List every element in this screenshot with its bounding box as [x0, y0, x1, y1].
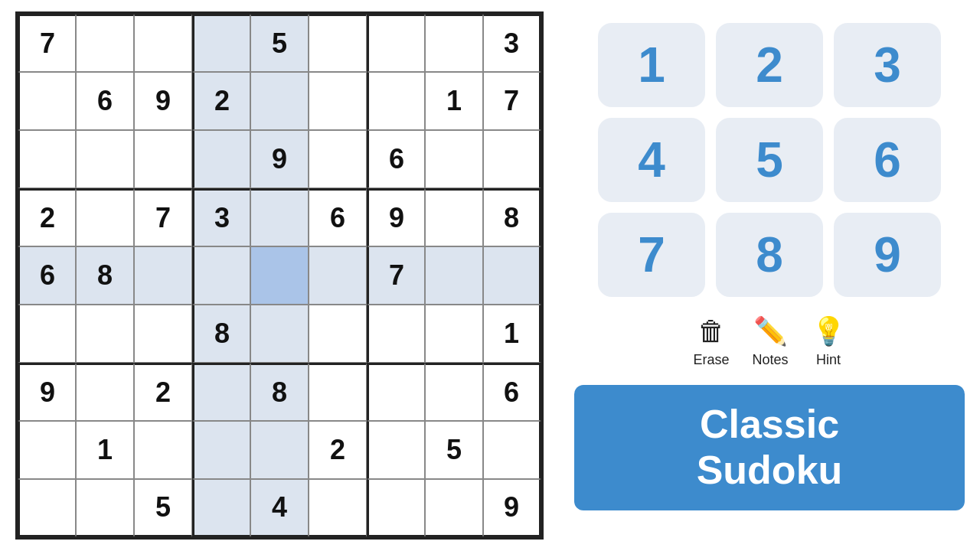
- cell[interactable]: 7: [18, 14, 76, 72]
- cell[interactable]: 1: [76, 421, 134, 479]
- cell[interactable]: [425, 188, 483, 246]
- cell[interactable]: [76, 14, 134, 72]
- cell[interactable]: [192, 130, 250, 188]
- cell[interactable]: [309, 305, 367, 363]
- numpad-button-2[interactable]: 2: [716, 23, 823, 107]
- cell[interactable]: 1: [483, 305, 541, 363]
- cell[interactable]: 5: [425, 421, 483, 479]
- cell[interactable]: 4: [250, 479, 309, 537]
- cell[interactable]: [76, 479, 134, 537]
- cell[interactable]: 7: [483, 72, 541, 130]
- cell[interactable]: 9: [483, 479, 541, 537]
- cell[interactable]: 2: [192, 72, 250, 130]
- cell[interactable]: 9: [18, 363, 76, 421]
- cell[interactable]: [250, 421, 309, 479]
- notes-label: Notes: [753, 352, 789, 368]
- cell[interactable]: 6: [483, 363, 541, 421]
- cell[interactable]: [76, 363, 134, 421]
- cell[interactable]: 3: [192, 188, 250, 246]
- cell[interactable]: [250, 246, 309, 305]
- cell[interactable]: [367, 72, 425, 130]
- cell[interactable]: [134, 305, 192, 363]
- cell[interactable]: [192, 14, 250, 72]
- sudoku-grid[interactable]: 7536921796273698687819286125549: [15, 11, 544, 540]
- cell[interactable]: 9: [134, 72, 192, 130]
- cell[interactable]: 8: [76, 246, 134, 305]
- cell[interactable]: 7: [134, 188, 192, 246]
- cell[interactable]: [309, 72, 367, 130]
- cell[interactable]: [250, 305, 309, 363]
- cell[interactable]: [134, 130, 192, 188]
- cell[interactable]: 6: [76, 72, 134, 130]
- cell[interactable]: 9: [367, 188, 425, 246]
- erase-icon: 🗑: [697, 315, 725, 347]
- cell[interactable]: 2: [309, 421, 367, 479]
- cell[interactable]: 1: [425, 72, 483, 130]
- hint-button[interactable]: 💡 Hint: [812, 315, 846, 368]
- cell[interactable]: [425, 305, 483, 363]
- numpad-button-6[interactable]: 6: [834, 118, 941, 202]
- hint-label: Hint: [816, 352, 841, 368]
- numpad-button-5[interactable]: 5: [716, 118, 823, 202]
- cell[interactable]: [367, 305, 425, 363]
- hint-icon: 💡: [812, 315, 846, 347]
- cell[interactable]: [425, 363, 483, 421]
- cell[interactable]: [76, 188, 134, 246]
- cell[interactable]: [309, 479, 367, 537]
- cell[interactable]: [367, 421, 425, 479]
- cell[interactable]: [250, 188, 309, 246]
- cell[interactable]: 3: [483, 14, 541, 72]
- cell[interactable]: [367, 479, 425, 537]
- numpad-button-3[interactable]: 3: [834, 23, 941, 107]
- cell[interactable]: [425, 14, 483, 72]
- cell[interactable]: [250, 72, 309, 130]
- cell[interactable]: [309, 246, 367, 305]
- cell[interactable]: [18, 421, 76, 479]
- cell[interactable]: [134, 14, 192, 72]
- cell[interactable]: [309, 363, 367, 421]
- cell[interactable]: [192, 479, 250, 537]
- cell[interactable]: [134, 246, 192, 305]
- erase-button[interactable]: 🗑 Erase: [693, 315, 729, 368]
- cell[interactable]: [425, 246, 483, 305]
- notes-button[interactable]: ✏️ Notes: [753, 315, 789, 368]
- cell[interactable]: [483, 246, 541, 305]
- cell[interactable]: 8: [483, 188, 541, 246]
- cell[interactable]: 2: [134, 363, 192, 421]
- cell[interactable]: 5: [250, 14, 309, 72]
- cell[interactable]: 2: [18, 188, 76, 246]
- numpad-button-8[interactable]: 8: [716, 213, 823, 297]
- cell[interactable]: [367, 363, 425, 421]
- cell[interactable]: 6: [309, 188, 367, 246]
- numpad-button-4[interactable]: 4: [598, 118, 705, 202]
- cell[interactable]: [76, 305, 134, 363]
- numpad[interactable]: 123456789: [598, 23, 941, 297]
- cell[interactable]: 6: [18, 246, 76, 305]
- cell[interactable]: 8: [250, 363, 309, 421]
- cell[interactable]: [309, 14, 367, 72]
- cell[interactable]: 7: [367, 246, 425, 305]
- cell[interactable]: 9: [250, 130, 309, 188]
- cell[interactable]: [367, 14, 425, 72]
- numpad-button-7[interactable]: 7: [598, 213, 705, 297]
- numpad-button-9[interactable]: 9: [834, 213, 941, 297]
- cell[interactable]: [134, 421, 192, 479]
- cell[interactable]: [192, 421, 250, 479]
- cell[interactable]: [18, 305, 76, 363]
- numpad-button-1[interactable]: 1: [598, 23, 705, 107]
- cell[interactable]: [192, 363, 250, 421]
- cell[interactable]: [483, 130, 541, 188]
- cell[interactable]: 8: [192, 305, 250, 363]
- cell[interactable]: [18, 479, 76, 537]
- cell[interactable]: [483, 421, 541, 479]
- cell[interactable]: [76, 130, 134, 188]
- action-row: 🗑 Erase ✏️ Notes 💡 Hint: [693, 315, 845, 368]
- cell[interactable]: [425, 479, 483, 537]
- cell[interactable]: 6: [367, 130, 425, 188]
- cell[interactable]: [18, 72, 76, 130]
- cell[interactable]: 5: [134, 479, 192, 537]
- cell[interactable]: [425, 130, 483, 188]
- cell[interactable]: [18, 130, 76, 188]
- cell[interactable]: [309, 130, 367, 188]
- cell[interactable]: [192, 246, 250, 305]
